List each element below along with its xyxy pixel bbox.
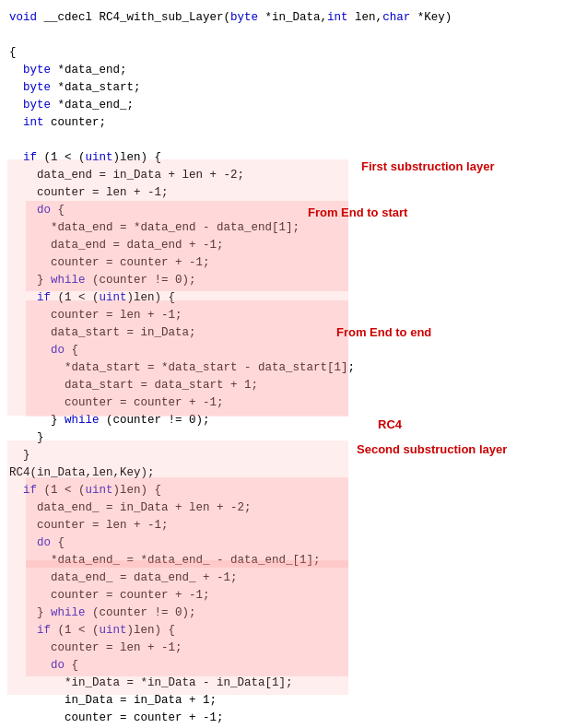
annotation-end-to-end: From End to end: [336, 325, 431, 339]
source-code: void __cdecl RC4_with_sub_Layer(byte *in…: [9, 9, 564, 728]
annotation-first-layer: First substruction layer: [361, 159, 494, 173]
annotation-end-to-start: From End to start: [308, 205, 407, 219]
annotation-rc4: RC4: [378, 417, 402, 431]
code-container: First substruction layer From End to sta…: [0, 9, 564, 728]
annotation-second-layer: Second substruction layer: [357, 442, 507, 456]
